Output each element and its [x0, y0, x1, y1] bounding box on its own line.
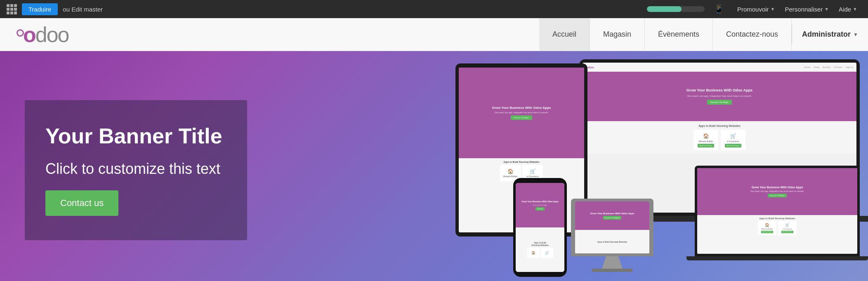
progress-bar — [647, 6, 705, 12]
nav-item-magasin[interactable]: Magasin — [590, 18, 645, 51]
hero-content: Your Banner Title Click to customize thi… — [25, 100, 247, 240]
apps-grid-icon[interactable] — [7, 4, 17, 14]
aide-menu[interactable]: Aide ▼ — [835, 4, 861, 14]
aide-label: Aide — [839, 6, 851, 13]
progress-fill — [647, 6, 682, 12]
contact-us-button[interactable]: Contact us — [45, 190, 118, 216]
mobile-preview-icon[interactable]: 📱 — [714, 4, 724, 14]
mock-hero-title: Grow Your Business With Odoo Apps — [686, 88, 752, 92]
hero-subtitle[interactable]: Click to customize this text — [45, 159, 222, 179]
device-laptop-right: Grow Your Business With Odoo Apps One ne… — [695, 166, 860, 273]
promouvoir-menu[interactable]: Promouvoir ▼ — [733, 4, 779, 14]
traduire-button[interactable]: Traduire — [22, 3, 58, 15]
nav-item-contactez[interactable]: Contactez-nous — [713, 18, 792, 51]
nav-evenements-label: Évènements — [658, 30, 699, 39]
admin-menu[interactable]: Administrator ▼ — [792, 18, 868, 51]
mock-feature-title: Apps to Build Stunning Websites — [586, 124, 853, 127]
device-phone: Grow Your Business With Odoo Apps One ne… — [513, 178, 567, 277]
nav-contactez-label: Contactez-nous — [726, 30, 778, 39]
nav-accueil-label: Accueil — [552, 30, 576, 39]
promouvoir-chevron-icon: ▼ — [771, 7, 775, 12]
hero-devices: odoo HomeShopEventsContactSign in Grow Y… — [373, 51, 868, 281]
mock-feature-card-1: 🏠 Website Builder Best Free Theme — [693, 130, 718, 150]
navbar: odoo Accueil Magasin Évènements Contacte… — [0, 18, 868, 51]
main-nav: Accueil Magasin Évènements Contactez-nou… — [539, 18, 868, 51]
admin-chevron-icon: ▼ — [853, 32, 858, 37]
logo-circle-icon — [17, 29, 24, 37]
mock-tablet-title: Grow Your Business With Odoo Apps — [492, 106, 551, 110]
nav-magasin-label: Magasin — [603, 30, 631, 39]
promouvoir-label: Promouvoir — [737, 6, 769, 13]
admin-label: Administrator — [802, 30, 851, 39]
topbar: Traduire ou Edit master 📱 Promouvoir ▼ P… — [0, 0, 868, 18]
mock-hero-sub: One need, one app. Integration has never… — [687, 95, 752, 97]
logo-o: o — [23, 23, 35, 47]
hero-section: odoo HomeShopEventsContactSign in Grow Y… — [0, 51, 868, 281]
personnaliser-chevron-icon: ▼ — [824, 7, 829, 12]
topbar-menu: Promouvoir ▼ Personnaliser ▼ Aide ▼ — [733, 4, 861, 14]
edit-master-label: ou Edit master — [63, 6, 103, 13]
nav-item-accueil[interactable]: Accueil — [539, 18, 590, 51]
mock-feature-card-2: 🛒 e-Commerce Best Free Theme — [721, 130, 745, 150]
nav-item-evenements[interactable]: Évènements — [645, 18, 713, 51]
logo[interactable]: odoo — [17, 24, 69, 45]
personnaliser-menu[interactable]: Personnaliser ▼ — [781, 4, 833, 14]
hero-title[interactable]: Your Banner Title — [45, 124, 222, 148]
logo-text: odoo — [23, 24, 69, 45]
aide-chevron-icon: ▼ — [853, 7, 857, 12]
mock-discover-btn: Discover The Magic — [707, 100, 732, 105]
personnaliser-label: Personnaliser — [785, 6, 823, 13]
device-monitor: Grow Your Business With Odoo Apps Discov… — [571, 199, 653, 281]
